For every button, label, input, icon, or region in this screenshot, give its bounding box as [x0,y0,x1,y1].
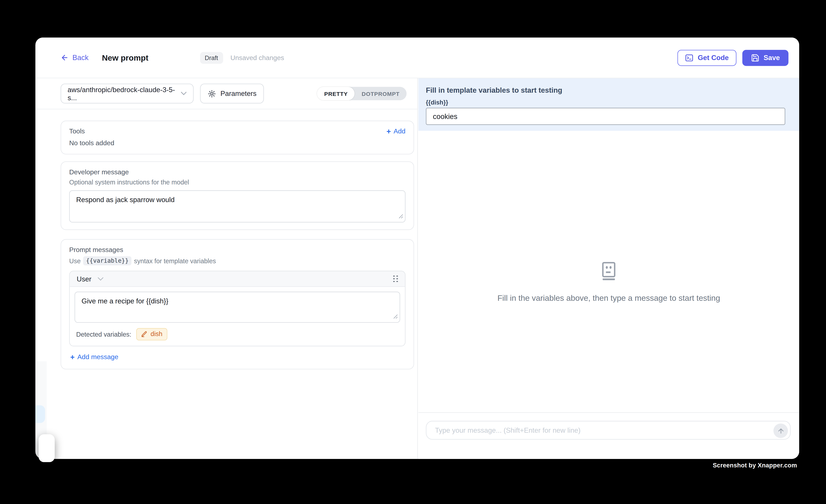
toggle-dotprompt[interactable]: DOTPROMPT [355,87,406,100]
dish-variable-label: {{dish}} [426,99,785,106]
hint-prefix: Use [69,257,81,265]
add-message-label: Add message [77,353,118,361]
chat-empty-state: Fill in the variables above, then type a… [418,261,799,302]
fill-section-title: Fill in template variables to start test… [426,86,785,94]
message-header: User [70,271,405,287]
tools-title: Tools [69,128,85,135]
message-textarea[interactable]: Give me a recipe for {{dish}} [74,292,400,323]
plus-icon: + [387,128,391,135]
model-selector[interactable]: aws/anthropic/bedrock-claude-3-5-s... [61,84,194,104]
model-selector-value: aws/anthropic/bedrock-claude-3-5-s... [68,85,181,102]
variable-chip-dish[interactable]: dish [136,328,167,340]
developer-message-subtitle: Optional system instructions for the mod… [69,179,406,186]
dish-variable-input[interactable]: cookies [426,108,785,125]
test-panel: Fill in template variables to start test… [418,78,799,459]
pencil-icon [141,331,148,337]
message-body: Give me a recipe for {{dish}} Detected v… [70,287,405,346]
parameters-label: Parameters [220,89,256,98]
variable-fill-section: Fill in template variables to start test… [418,78,799,131]
view-mode-toggle: PRETTY DOTPROMPT [317,87,407,100]
variable-syntax-hint: Use {{variable}} syntax for template var… [69,256,406,265]
clipped-sidebar-active-item[interactable] [36,405,45,423]
role-value: User [77,275,92,283]
back-label: Back [72,54,88,62]
get-code-button[interactable]: Get Code [677,50,736,66]
developer-message-card: Developer message Optional system instru… [61,162,414,230]
page-title: New prompt [102,53,149,62]
variable-chip-label: dish [151,330,162,338]
status-badge: Draft [200,52,223,64]
message-composer: Type your message... (Shift+Enter for ne… [418,412,799,459]
message-block: User Give me a recipe for {{ [69,271,406,346]
header-actions: Get Code Save [677,50,788,66]
resize-handle-icon[interactable] [393,313,398,321]
app-window: Back New prompt Draft Unsaved changes Ge… [36,38,799,459]
prompt-messages-card: Prompt messages Use {{variable}} syntax … [61,239,414,369]
unsaved-changes-text: Unsaved changes [230,54,284,61]
back-button[interactable]: Back [61,54,88,62]
header: Back New prompt Draft Unsaved changes Ge… [36,38,799,78]
toggle-pretty[interactable]: PRETTY [317,87,355,100]
chat-input-placeholder: Type your message... (Shift+Enter for ne… [435,426,581,434]
drag-handle-icon[interactable] [393,275,398,282]
plus-icon: + [70,353,74,361]
add-message-button[interactable]: + Add message [70,353,406,361]
role-selector[interactable]: User [77,275,104,283]
clipped-popover [39,434,55,462]
tools-empty-text: No tools added [69,139,406,147]
save-label: Save [764,54,780,62]
resize-handle-icon[interactable] [399,212,403,220]
back-arrow-icon [61,54,69,62]
add-tool-label: Add [394,128,406,135]
variable-code-chip: {{variable}} [83,256,131,265]
send-button[interactable] [773,424,788,438]
terminal-icon [685,53,694,62]
chevron-down-icon [181,92,187,96]
chevron-down-icon [98,277,104,281]
editor-scroll-area: Tools + Add No tools added Developer mes… [36,109,417,370]
tools-card: Tools + Add No tools added [61,121,414,154]
robot-icon [599,261,619,281]
developer-message-value: Respond as jack sparrow would [76,196,175,204]
save-floppy-icon [751,53,759,62]
add-message-row: + Add message [69,353,406,361]
get-code-label: Get Code [698,54,729,62]
editor-panel: aws/anthropic/bedrock-claude-3-5-s... Pa… [36,78,418,459]
empty-state-text: Fill in the variables above, then type a… [497,293,720,303]
detected-variables-row: Detected variables: dish [74,323,400,341]
developer-message-textarea[interactable]: Respond as jack sparrow would [69,190,406,223]
dish-variable-value: cookies [433,112,458,120]
hint-suffix: syntax for template variables [134,257,216,265]
add-tool-button[interactable]: + Add [387,128,406,135]
detected-variables-label: Detected variables: [76,330,131,338]
model-toolbar: aws/anthropic/bedrock-claude-3-5-s... Pa… [36,78,417,109]
prompt-messages-title: Prompt messages [69,246,406,253]
developer-message-title: Developer message [69,168,406,176]
save-button[interactable]: Save [742,50,788,66]
arrow-up-icon [777,427,784,435]
screenshot-stage: Back New prompt Draft Unsaved changes Ge… [0,0,826,504]
gear-icon [208,89,216,98]
parameters-button[interactable]: Parameters [200,84,264,104]
chat-message-input[interactable]: Type your message... (Shift+Enter for ne… [426,421,791,440]
watermark-text: Screenshot by Xnapper.com [713,462,797,468]
message-value: Give me a recipe for {{dish}} [81,297,168,305]
